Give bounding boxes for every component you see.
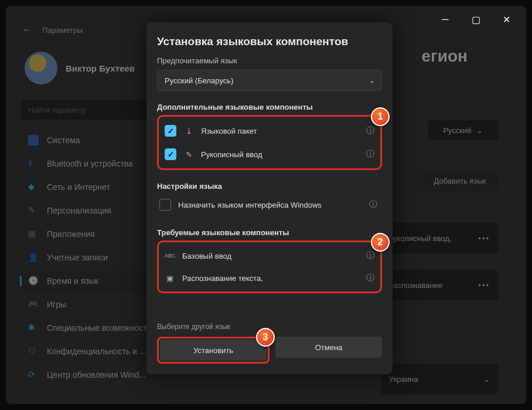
more-icon[interactable]: ••• [478, 281, 490, 290]
checkbox-handwriting[interactable]: ✓ [165, 148, 176, 160]
chevron-down-icon: ⌄ [369, 77, 374, 84]
required-ocr: ▣ Распознавание текста, ⓘ [160, 267, 379, 289]
titlebar: ─ ▢ ✕ [425, 6, 526, 33]
chevron-down-icon: ⌄ [483, 375, 490, 384]
info-icon[interactable]: ⓘ [366, 126, 374, 136]
preferred-language-select[interactable]: Русский (Беларусь) ⌄ [157, 70, 382, 91]
avatar [25, 52, 57, 84]
info-icon[interactable]: ⓘ [366, 250, 374, 261]
back-icon[interactable]: ← [22, 25, 32, 35]
language-row[interactable]: рукописный ввод,••• [381, 223, 498, 253]
maximize-button[interactable]: ▢ [463, 11, 489, 28]
highlight-optional: 1 ✓ ⤓ Языковой пакет ⓘ ✓ ✎ Рукописный вв… [157, 115, 382, 170]
option-handwriting[interactable]: ✓ ✎ Рукописный ввод ⓘ [160, 143, 379, 166]
add-language-button[interactable]: Добавить язык [422, 170, 498, 191]
close-button[interactable]: ✕ [493, 11, 519, 28]
option-language-pack[interactable]: ✓ ⤓ Языковой пакет ⓘ [160, 119, 379, 143]
more-icon[interactable]: ••• [478, 234, 490, 243]
info-icon[interactable]: ⓘ [366, 273, 374, 283]
windows-display-language-select[interactable]: Русский⌄ [428, 120, 498, 140]
language-pack-icon: ⤓ [183, 127, 194, 135]
region-select[interactable]: Украина⌄ [381, 364, 498, 394]
ocr-icon: ▣ [165, 274, 175, 283]
profile-name: Виктор Бухтеев [66, 63, 135, 73]
info-icon[interactable]: ⓘ [366, 149, 374, 160]
checkbox-language-pack[interactable]: ✓ [165, 125, 176, 137]
chevron-down-icon: ⌄ [476, 126, 483, 135]
info-icon[interactable]: ⓘ [369, 199, 377, 210]
required-basic-typing: ABC Базовый ввод ⓘ [160, 245, 379, 267]
checkbox-display-language[interactable] [159, 199, 171, 211]
highlight-install: 3 Установить [157, 337, 270, 364]
settings-window: ─ ▢ ✕ ← Параметры Виктор Бухтеев Система… [6, 6, 526, 404]
install-language-dialog: Установка языковых компонентов Предпочит… [146, 22, 393, 374]
language-row[interactable]: распознавание••• [381, 270, 498, 300]
handwriting-icon: ✎ [183, 150, 194, 159]
language-settings-label: Настройки языка [157, 182, 382, 191]
breadcrumb: Параметры [42, 26, 83, 35]
dialog-title: Установка языковых компонентов [157, 35, 382, 48]
profile[interactable]: Виктор Бухтеев [25, 52, 135, 84]
basic-typing-icon: ABC [165, 253, 175, 259]
annotation-badge-1: 1 [371, 107, 390, 126]
annotation-badge-3: 3 [256, 328, 275, 347]
install-button[interactable]: Установить [160, 340, 267, 361]
annotation-badge-2: 2 [371, 233, 390, 252]
preferred-language-label: Предпочитаемый язык [157, 56, 382, 65]
option-set-display-language[interactable]: Назначить языком интерфейса Windows ⓘ [157, 193, 382, 216]
minimize-button[interactable]: ─ [432, 11, 458, 28]
highlight-required: 2 ABC Базовый ввод ⓘ ▣ Распознавание тек… [157, 240, 382, 293]
cancel-button[interactable]: Отмена [275, 337, 382, 358]
required-features-label: Требуемые языковые компоненты [157, 228, 382, 237]
optional-features-label: Дополнительные языковые компоненты [157, 103, 382, 111]
